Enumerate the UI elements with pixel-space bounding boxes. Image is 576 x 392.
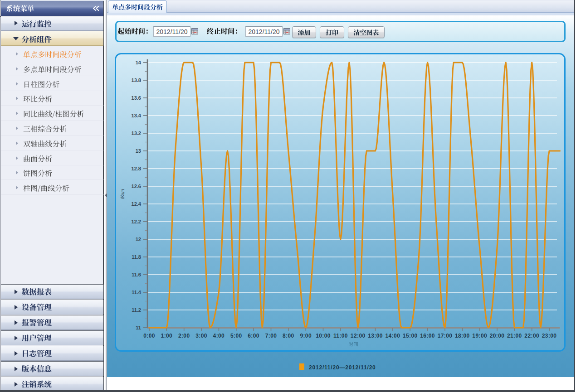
svg-text:13.4: 13.4 (132, 113, 142, 118)
svg-text:0:00: 0:00 (143, 333, 155, 339)
svg-text:13:00: 13:00 (368, 333, 383, 339)
svg-text:11.4: 11.4 (132, 290, 142, 295)
svg-text:11: 11 (136, 325, 141, 330)
svg-text:6:00: 6:00 (248, 333, 259, 339)
svg-text:12.2: 12.2 (132, 219, 141, 224)
svg-text:4:00: 4:00 (213, 333, 225, 339)
svg-text:2:00: 2:00 (178, 333, 190, 339)
svg-text:21:00: 21:00 (507, 333, 522, 339)
svg-text:13: 13 (136, 148, 141, 154)
svg-text:10:00: 10:00 (316, 333, 331, 339)
svg-text:13.2: 13.2 (132, 131, 141, 136)
svg-text:12.8: 12.8 (132, 166, 141, 171)
svg-text:13.8: 13.8 (132, 77, 141, 83)
svg-text:16:00: 16:00 (420, 333, 435, 339)
svg-text:8:00: 8:00 (283, 333, 294, 339)
svg-text:11.2: 11.2 (132, 307, 141, 313)
svg-text:14: 14 (136, 60, 142, 65)
svg-text:11:00: 11:00 (333, 333, 348, 339)
svg-text:23:00: 23:00 (542, 333, 557, 339)
svg-text:11.8: 11.8 (132, 254, 141, 260)
svg-text:12.6: 12.6 (132, 184, 141, 189)
svg-text:3:00: 3:00 (195, 333, 207, 339)
svg-text:1:00: 1:00 (161, 333, 173, 339)
svg-text:/Kwh: /Kwh (120, 189, 125, 199)
svg-text:12:00: 12:00 (351, 333, 366, 339)
svg-text:19:00: 19:00 (472, 333, 487, 339)
svg-text:13.6: 13.6 (132, 95, 141, 101)
svg-text:14:00: 14:00 (386, 333, 400, 339)
svg-text:15:00: 15:00 (403, 333, 418, 339)
svg-text:9:00: 9:00 (300, 333, 312, 339)
svg-text:5:00: 5:00 (230, 333, 242, 339)
svg-text:22:00: 22:00 (524, 333, 539, 339)
svg-text:17:00: 17:00 (438, 333, 453, 339)
svg-text:18:00: 18:00 (455, 333, 470, 339)
svg-text:7:00: 7:00 (265, 333, 277, 339)
svg-text:11.6: 11.6 (132, 272, 141, 277)
svg-text:12.4: 12.4 (132, 201, 142, 207)
svg-text:12: 12 (136, 237, 141, 242)
svg-text:20:00: 20:00 (490, 333, 505, 339)
